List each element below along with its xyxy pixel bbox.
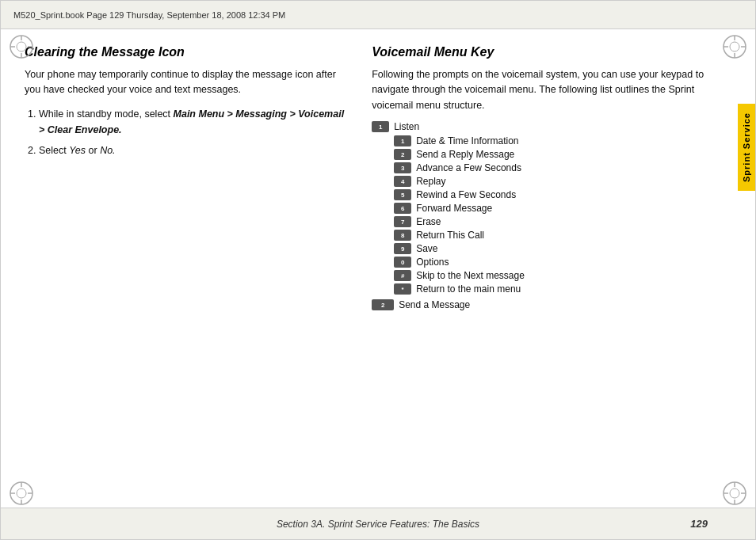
side-tab-label: Sprint Service [742, 112, 751, 182]
menu-label-forward: Forward Message [416, 203, 492, 214]
page: M520_Sprint.book Page 129 Thursday, Sept… [0, 0, 756, 540]
menu-item-rewind: 5 Rewind a Few Seconds [394, 189, 708, 200]
key-badge-skip-next: # [394, 270, 411, 281]
steps-list: While in standby mode, select Main Menu … [25, 106, 348, 158]
menu-item-save: 9 Save [394, 243, 708, 254]
menu-label-date-time: Date & Time Information [416, 135, 518, 146]
footer-center-text: Section 3A. Sprint Service Features: The… [277, 519, 479, 530]
menu-label-listen: Listen [394, 121, 419, 132]
menu-label-rewind: Rewind a Few Seconds [416, 189, 516, 200]
menu-label-advance: Advance a Few Seconds [416, 162, 521, 173]
key-badge-replay: 4 [394, 176, 411, 187]
key-badge-send-message: 2 [372, 299, 394, 310]
menu-item-listen: 1 Listen [372, 121, 708, 132]
key-badge-advance: 3 [394, 162, 411, 173]
menu-item-forward: 6 Forward Message [394, 203, 708, 214]
voicemail-menu-tree: 1 Listen 1 Date & Time Information 2 Sen… [372, 121, 708, 310]
menu-item-replay: 4 Replay [394, 176, 708, 187]
left-column: Clearing the Message Icon Your phone may… [25, 45, 364, 492]
main-content: Clearing the Message Icon Your phone may… [1, 29, 755, 508]
header-bar: M520_Sprint.book Page 129 Thursday, Sept… [1, 1, 755, 29]
menu-item-send-message: 2 Send a Message [372, 299, 708, 310]
menu-label-replay: Replay [416, 176, 445, 187]
key-badge-date-time: 1 [394, 135, 411, 146]
svg-point-19 [730, 489, 739, 498]
corner-tr-decoration [722, 34, 747, 59]
right-section-intro: Following the prompts on the voicemail s… [372, 67, 708, 113]
left-section-title: Clearing the Message Icon [25, 45, 348, 59]
menu-label-send-message: Send a Message [399, 299, 470, 310]
header-text: M520_Sprint.book Page 129 Thursday, Sept… [13, 10, 285, 20]
key-badge-save: 9 [394, 243, 411, 254]
menu-label-save: Save [416, 243, 437, 254]
footer-page-number: 129 [690, 518, 708, 530]
menu-item-options: 0 Options [394, 257, 708, 268]
menu-item-skip-next: # Skip to the Next message [394, 270, 708, 281]
corner-br-decoration [722, 481, 747, 506]
key-badge-return-call: 8 [394, 230, 411, 241]
menu-label-return-call: Return This Call [416, 230, 484, 241]
svg-point-1 [17, 42, 26, 51]
corner-bl-decoration [9, 481, 34, 506]
menu-item-return-main: * Return to the main menu [394, 283, 708, 295]
menu-label-send-reply: Send a Reply Message [416, 149, 514, 160]
left-section-body: Your phone may temporarily continue to d… [25, 67, 348, 98]
menu-label-erase: Erase [416, 216, 441, 227]
key-badge-return-main: * [394, 283, 411, 295]
right-column: Voicemail Menu Key Following the prompts… [364, 45, 731, 492]
right-section-title: Voicemail Menu Key [372, 45, 708, 59]
footer: Section 3A. Sprint Service Features: The… [1, 508, 755, 539]
menu-item-erase: 7 Erase [394, 216, 708, 227]
corner-tl-decoration [9, 34, 34, 59]
menu-label-return-main: Return to the main menu [416, 283, 521, 295]
key-badge-send-reply: 2 [394, 149, 411, 160]
menu-item-date-time: 1 Date & Time Information [394, 135, 708, 146]
svg-point-13 [17, 489, 26, 498]
menu-label-options: Options [416, 257, 449, 268]
menu-label-skip-next: Skip to the Next message [416, 270, 525, 281]
key-badge-forward: 6 [394, 203, 411, 214]
menu-item-send-reply: 2 Send a Reply Message [394, 149, 708, 160]
menu-item-return-call: 8 Return This Call [394, 230, 708, 241]
key-badge-rewind: 5 [394, 189, 411, 200]
step-2: Select Yes or No. [39, 143, 348, 158]
key-badge-options: 0 [394, 257, 411, 268]
svg-point-7 [730, 42, 739, 51]
menu-item-advance: 3 Advance a Few Seconds [394, 162, 708, 173]
side-tab: Sprint Service [738, 104, 755, 191]
key-badge-listen: 1 [372, 121, 389, 132]
key-badge-erase: 7 [394, 216, 411, 227]
step-1: While in standby mode, select Main Menu … [39, 106, 348, 138]
